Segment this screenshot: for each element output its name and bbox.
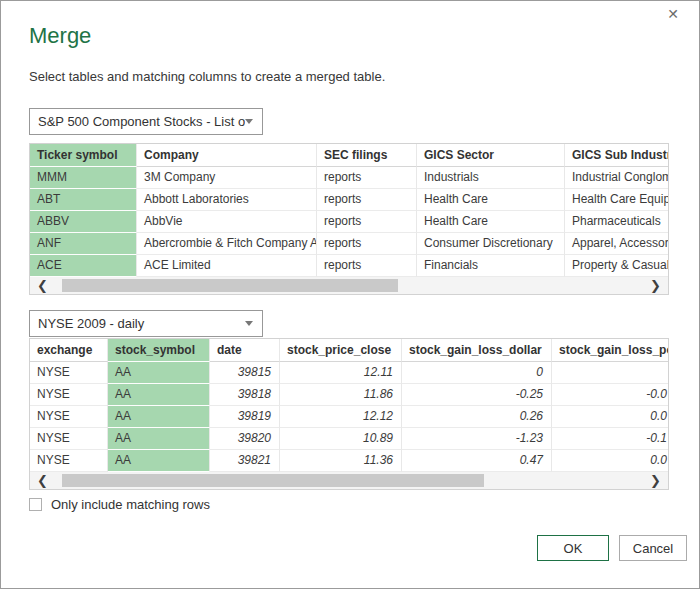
table-row: MMM 3M Company reports Industrials Indus… [30,167,668,189]
cell[interactable]: NYSE [30,384,108,406]
column-header-ticker-symbol[interactable]: Ticker symbol [30,144,137,167]
table-row: ABBV AbbVie reports Health Care Pharmace… [30,211,668,233]
cell[interactable]: -1.23 [402,428,552,450]
cell[interactable]: NYSE [30,406,108,428]
only-matching-rows-option[interactable]: Only include matching rows [29,497,210,512]
cell[interactable]: Pharmaceuticals [565,211,668,233]
cell[interactable]: AA [108,450,210,472]
table-row: NYSE AA 39819 12.12 0.26 0.0 [30,406,668,428]
column-header-stock-gain-loss-dollar[interactable]: stock_gain_loss_dollar [402,339,552,362]
cell[interactable]: AA [108,406,210,428]
cell[interactable]: NYSE [30,428,108,450]
cell[interactable]: NYSE [30,450,108,472]
scroll-right-icon[interactable]: ❯ [650,277,661,294]
cell[interactable]: Health Care [417,211,565,233]
cell[interactable]: 10.89 [280,428,402,450]
column-header-stock-symbol[interactable]: stock_symbol [108,339,210,362]
bottom-table-dropdown[interactable]: NYSE 2009 - daily [29,310,263,337]
cell[interactable]: Apparel, Accessories [565,233,668,255]
cell[interactable]: 12.11 [280,362,402,384]
bottom-table-dropdown-value: NYSE 2009 - daily [30,316,245,331]
cell[interactable]: -0.1 [552,428,668,450]
column-header-gics-sector[interactable]: GICS Sector [417,144,565,167]
cell[interactable]: MMM [30,167,137,189]
top-table: Ticker symbol Company SEC filings GICS S… [29,143,669,295]
cell[interactable]: AbbVie [137,211,317,233]
table-row: NYSE AA 39815 12.11 0 [30,362,668,384]
cancel-button[interactable]: Cancel [619,535,687,561]
top-table-dropdown[interactable]: S&P 500 Component Stocks - List of... [29,108,263,135]
close-icon[interactable]: ✕ [667,6,679,22]
cell[interactable]: 12.12 [280,406,402,428]
cell[interactable]: 0.0 [552,450,668,472]
cell[interactable]: NYSE [30,362,108,384]
cell[interactable]: 0.47 [402,450,552,472]
cell[interactable]: 39818 [210,384,280,406]
cell[interactable]: Consumer Discretionary [417,233,565,255]
column-header-stock-gain-loss-percent[interactable]: stock_gain_loss_percen [552,339,668,362]
column-header-gics-sub-industry[interactable]: GICS Sub Industry [565,144,668,167]
cell[interactable] [552,362,668,384]
top-table-dropdown-value: S&P 500 Component Stocks - List of... [30,114,245,129]
scrollbar-thumb[interactable] [62,279,398,292]
cell[interactable]: reports [317,189,417,211]
chevron-down-icon [245,119,253,124]
column-header-date[interactable]: date [210,339,280,362]
cell[interactable]: ABBV [30,211,137,233]
cell[interactable]: AA [108,362,210,384]
cell[interactable]: reports [317,233,417,255]
cell[interactable]: -0.25 [402,384,552,406]
cell[interactable]: 39821 [210,450,280,472]
chevron-down-icon [245,321,253,326]
cell[interactable]: Abercrombie & Fitch Company A [137,233,317,255]
scrollbar-thumb[interactable] [62,474,484,487]
column-header-exchange[interactable]: exchange [30,339,108,362]
dialog-subtitle: Select tables and matching columns to cr… [29,69,385,84]
top-table-header-row: Ticker symbol Company SEC filings GICS S… [30,144,668,167]
cell[interactable]: Industrial Conglomer [565,167,668,189]
cell[interactable]: Industrials [417,167,565,189]
cell[interactable]: Health Care [417,189,565,211]
ok-button[interactable]: OK [537,535,609,561]
bottom-table-header-row: exchange stock_symbol date stock_price_c… [30,339,668,362]
cell[interactable]: AA [108,428,210,450]
cell[interactable]: 11.36 [280,450,402,472]
only-matching-rows-checkbox[interactable] [29,498,42,511]
table-row: ABT Abbott Laboratories reports Health C… [30,189,668,211]
cell[interactable]: -0.0 [552,384,668,406]
table-row: ANF Abercrombie & Fitch Company A report… [30,233,668,255]
cell[interactable]: 0.0 [552,406,668,428]
cell[interactable]: 0 [402,362,552,384]
cell[interactable]: AA [108,384,210,406]
cell[interactable]: Health Care Equipme [565,189,668,211]
table-row: NYSE AA 39818 11.86 -0.25 -0.0 [30,384,668,406]
top-table-hscrollbar[interactable]: ❮ ❯ [30,277,668,294]
cell[interactable]: Property & Casualty [565,255,668,277]
dialog-title: Merge [29,23,91,49]
cell[interactable]: reports [317,211,417,233]
cell[interactable]: 3M Company [137,167,317,189]
column-header-stock-price-close[interactable]: stock_price_close [280,339,402,362]
cell[interactable]: ACE Limited [137,255,317,277]
table-row: NYSE AA 39820 10.89 -1.23 -0.1 [30,428,668,450]
cell[interactable]: 0.26 [402,406,552,428]
cell[interactable]: Abbott Laboratories [137,189,317,211]
cell[interactable]: ANF [30,233,137,255]
bottom-table-hscrollbar[interactable]: ❮ ❯ [30,472,668,489]
cell[interactable]: ACE [30,255,137,277]
cell[interactable]: 39820 [210,428,280,450]
cell[interactable]: 39815 [210,362,280,384]
scroll-left-icon[interactable]: ❮ [37,472,48,489]
cell[interactable]: ABT [30,189,137,211]
cell[interactable]: reports [317,167,417,189]
cell[interactable]: Financials [417,255,565,277]
cell[interactable]: reports [317,255,417,277]
cell[interactable]: 11.86 [280,384,402,406]
column-header-sec-filings[interactable]: SEC filings [317,144,417,167]
scroll-left-icon[interactable]: ❮ [37,277,48,294]
merge-dialog: ✕ Merge Select tables and matching colum… [0,0,700,589]
cell[interactable]: 39819 [210,406,280,428]
table-row: ACE ACE Limited reports Financials Prope… [30,255,668,277]
column-header-company[interactable]: Company [137,144,317,167]
scroll-right-icon[interactable]: ❯ [650,472,661,489]
